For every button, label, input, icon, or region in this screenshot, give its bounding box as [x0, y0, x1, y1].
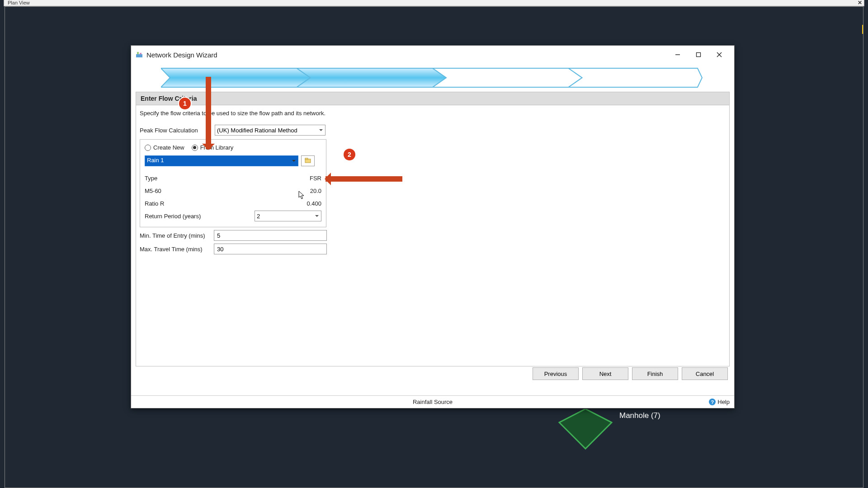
annotation-badge-2: 2: [344, 149, 355, 160]
prop-m560-value: 20.0: [310, 188, 321, 194]
next-button[interactable]: Next: [582, 367, 628, 380]
svg-marker-10: [433, 68, 582, 87]
svg-rect-1: [136, 54, 142, 57]
rainfall-source-groupbox: Create New From Library Rain 1: [140, 139, 326, 227]
plan-view-close-icon[interactable]: ✕: [858, 0, 862, 5]
radio-create-new[interactable]: Create New: [145, 144, 184, 151]
section-description: Specify the flow criteria to be used to …: [140, 110, 726, 117]
svg-rect-3: [140, 53, 142, 54]
app-icon: [136, 51, 143, 58]
accent-marker: [862, 25, 863, 34]
prop-m560-label: M5-60: [145, 188, 161, 194]
svg-marker-11: [569, 68, 702, 87]
svg-rect-5: [697, 53, 701, 57]
plan-view-titlebar: Plan View ✕: [4, 0, 864, 6]
wizard-progress-bar: [161, 66, 704, 89]
finish-button[interactable]: Finish: [632, 367, 678, 380]
max-travel-label: Max. Travel Time (mins): [140, 246, 214, 253]
window-minimize-icon[interactable]: [667, 47, 688, 62]
browse-icon: [305, 158, 311, 163]
statusbar-text: Rainfall Source: [413, 399, 453, 405]
prop-ratio-value: 0.400: [307, 200, 321, 207]
svg-marker-0: [559, 409, 612, 449]
svg-rect-2: [137, 52, 139, 54]
svg-rect-13: [305, 158, 308, 160]
plan-view-title: Plan View: [8, 0, 30, 5]
library-rainfall-select[interactable]: Rain 1: [145, 155, 298, 166]
wizard-content-panel: Enter Flow Criteria Specify the flow cri…: [136, 92, 730, 366]
wizard-titlebar: Network Design Wizard: [131, 46, 734, 64]
library-browse-button[interactable]: [301, 155, 315, 166]
annotation-arrow-2: [326, 176, 402, 182]
radio-create-new-label: Create New: [153, 144, 184, 151]
help-link[interactable]: ? Help: [709, 399, 730, 405]
prop-return-label: Return Period (years): [145, 213, 201, 220]
max-travel-input[interactable]: [214, 244, 327, 254]
previous-button[interactable]: Previous: [533, 367, 579, 380]
peak-flow-calc-label: Peak Flow Calculation: [140, 127, 215, 134]
window-close-icon[interactable]: [709, 47, 730, 62]
section-title: Enter Flow Criteria: [136, 92, 729, 105]
window-maximize-icon[interactable]: [688, 47, 709, 62]
prop-type-label: Type: [145, 175, 157, 182]
return-period-select[interactable]: 2: [255, 211, 321, 221]
manhole-label: Manhole (7): [619, 411, 660, 420]
network-design-wizard-window: Network Design Wizard: [131, 45, 735, 408]
wizard-title: Network Design Wizard: [146, 51, 217, 59]
help-icon: ?: [709, 399, 716, 405]
peak-flow-calc-select[interactable]: (UK) Modified Rational Method: [215, 125, 326, 136]
annotation-arrow-1: [206, 77, 211, 149]
annotation-badge-1: 1: [179, 98, 191, 109]
prop-ratio-label: Ratio R: [145, 200, 164, 207]
manhole-shape: [558, 409, 613, 450]
svg-marker-9: [297, 68, 447, 87]
min-entry-input[interactable]: [214, 230, 327, 241]
cancel-button[interactable]: Cancel: [682, 367, 728, 380]
svg-marker-8: [161, 68, 311, 87]
min-entry-label: Min. Time of Entry (mins): [140, 232, 214, 239]
wizard-statusbar: Rainfall Source ? Help: [131, 395, 734, 408]
